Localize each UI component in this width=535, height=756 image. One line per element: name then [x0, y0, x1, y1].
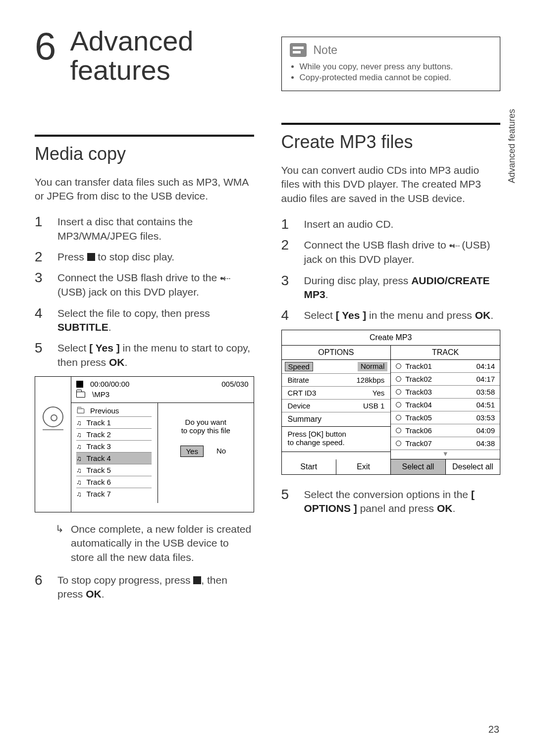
track-header: TRACK — [391, 346, 500, 359]
music-note-icon: ♫ — [76, 431, 82, 439]
step-number: 3 — [281, 274, 292, 302]
disc-pane — [35, 377, 71, 512]
track-index: 005/030 — [221, 380, 248, 388]
media-copy-section: Media copy You can transfer data files s… — [35, 135, 254, 602]
intro-paragraph: You can transfer data files such as MP3,… — [35, 175, 254, 203]
track-panel[interactable]: Track0104:14Track0204:17Track0303:58Trac… — [391, 360, 500, 459]
folder-icon — [77, 408, 84, 413]
step-2: 2 Connect the USB flash drive to •⇠ (USB… — [281, 238, 501, 266]
radio-icon[interactable] — [396, 389, 401, 395]
footer-button[interactable]: Deselect all — [446, 459, 500, 474]
step-2: 2 Press to stop disc play. — [35, 250, 254, 264]
step-6: 6 To stop copy progress, press , then pr… — [35, 573, 254, 602]
list-item[interactable]: ♫Track 2 — [76, 429, 152, 441]
list-item[interactable]: ♫Track 5 — [76, 464, 152, 476]
step-text: To stop copy progress, press , then pres… — [57, 573, 254, 602]
yes-option-label: [ Yes ] — [89, 342, 119, 353]
result-note: ↳ Once complete, a new folder is created… — [55, 522, 254, 564]
step-text: Insert a disc that contains the MP3/WMA/… — [57, 215, 254, 243]
usb-icon: •⇠ — [449, 239, 459, 252]
list-item[interactable]: ♫Track 1 — [76, 417, 152, 429]
step-text: Select [ Yes ] in the menu to start to c… — [57, 341, 254, 369]
scroll-down-icon[interactable]: ▼ — [391, 450, 500, 459]
note-item: While you copy, never press any buttons. — [300, 62, 492, 72]
step-1: 1 Insert an audio CD. — [281, 217, 501, 231]
track-row[interactable]: Track0404:51 — [391, 399, 500, 411]
step-4: 4 Select [ Yes ] in the menu and press O… — [281, 308, 501, 322]
radio-icon[interactable] — [396, 428, 401, 433]
radio-icon[interactable] — [396, 363, 401, 369]
copy-prompt: Do you want to copy this file Yes No — [158, 403, 254, 503]
step-text: Select the file to copy, then press SUBT… — [57, 306, 254, 335]
ok-button-label: OK — [109, 356, 125, 368]
usb-icon: •⇠ — [220, 272, 230, 285]
left-column: 6 Advanced features Media copy You can t… — [35, 35, 254, 756]
radio-icon[interactable] — [396, 415, 401, 420]
ok-button-label: OK — [437, 503, 453, 514]
step-3: 3 During disc play, press AUDIO/CREATE M… — [281, 274, 501, 302]
step-number: 4 — [281, 308, 292, 322]
track-list[interactable]: Previous ♫Track 1♫Track 2♫Track 3♫Track … — [71, 403, 158, 503]
step-text: Connect the USB flash drive to •⇠ (USB) … — [304, 238, 501, 266]
chapter-number: 6 — [35, 27, 56, 65]
yes-option-label: [ Yes ] — [336, 309, 366, 321]
radio-icon[interactable] — [396, 441, 401, 446]
result-arrow-icon: ↳ — [55, 522, 64, 564]
step-5: 5 Select [ Yes ] in the menu to start to… — [35, 341, 254, 369]
folder-icon — [76, 392, 85, 398]
list-item[interactable]: ♫Track 7 — [76, 488, 152, 500]
step-number: 2 — [281, 238, 292, 266]
intro-paragraph: You can convert audio CDs into MP3 audio… — [281, 163, 501, 205]
yes-button[interactable]: Yes — [180, 446, 203, 457]
page-number: 23 — [488, 724, 499, 735]
step-number: 4 — [35, 306, 46, 335]
note-icon — [290, 43, 307, 57]
music-note-icon: ♫ — [76, 443, 82, 451]
track-row[interactable]: Track0204:17 — [391, 373, 500, 386]
music-note-icon: ♫ — [76, 466, 82, 474]
create-mp3-figure: Create MP3 OPTIONS TRACK SpeedNormalBitr… — [281, 330, 501, 475]
stop-icon — [87, 253, 95, 261]
track-row[interactable]: Track0704:38 — [391, 437, 500, 450]
track-row[interactable]: Track0604:09 — [391, 424, 500, 437]
track-row[interactable]: Track0503:53 — [391, 411, 500, 424]
footer-button[interactable]: Select all — [391, 459, 445, 474]
footer-button[interactable]: Start — [282, 459, 336, 474]
summary-row[interactable]: Summary — [282, 412, 391, 427]
note-list: While you copy, never press any buttons.… — [290, 62, 492, 83]
option-row[interactable]: CRT ID3Yes — [282, 387, 391, 400]
chapter-heading: 6 Advanced features — [35, 27, 254, 85]
options-panel[interactable]: SpeedNormalBitrate128kbpsCRT ID3YesDevic… — [282, 360, 391, 459]
step-number: 3 — [35, 271, 46, 299]
option-row[interactable]: Bitrate128kbps — [282, 374, 391, 387]
chapter-title-line1: Advanced — [70, 25, 193, 56]
list-item[interactable]: ♫Track 6 — [76, 476, 152, 488]
list-item[interactable]: ♫Track 4 — [76, 453, 152, 464]
note-item: Copy-protected media cannot be copied. — [300, 73, 492, 83]
step-1: 1 Insert a disc that contains the MP3/WM… — [35, 215, 254, 243]
list-item-previous[interactable]: Previous — [76, 405, 152, 417]
hint-text: Press [OK] button to change speed. — [282, 427, 391, 452]
track-row[interactable]: Track0104:14 — [391, 360, 500, 373]
no-button[interactable]: No — [212, 446, 231, 457]
list-item[interactable]: ♫Track 3 — [76, 441, 152, 453]
track-row[interactable]: Track0303:58 — [391, 386, 500, 399]
option-row[interactable]: DeviceUSB 1 — [282, 400, 391, 412]
browser-pane: 00:00/00:00 005/030 \MP3 Previous — [71, 377, 254, 512]
step-4: 4 Select the file to copy, then press SU… — [35, 306, 254, 335]
stop-icon — [76, 381, 83, 388]
music-note-icon: ♫ — [76, 419, 82, 427]
note-label: Note — [314, 44, 338, 57]
step-number: 5 — [281, 488, 292, 516]
step-text: Select [ Yes ] in the menu and press OK. — [304, 308, 501, 322]
radio-icon[interactable] — [396, 402, 401, 407]
radio-icon[interactable] — [396, 376, 401, 382]
dialog-footer: StartExitSelect allDeselect all — [282, 459, 500, 474]
create-mp3-section: Create MP3 files You can convert audio C… — [281, 123, 501, 516]
step-text: Insert an audio CD. — [304, 217, 501, 231]
step-number: 6 — [35, 573, 46, 602]
option-row[interactable]: SpeedNormal — [282, 360, 391, 374]
footer-button[interactable]: Exit — [336, 459, 391, 474]
side-tab: Advanced features — [507, 109, 517, 183]
step-number: 1 — [281, 217, 292, 231]
